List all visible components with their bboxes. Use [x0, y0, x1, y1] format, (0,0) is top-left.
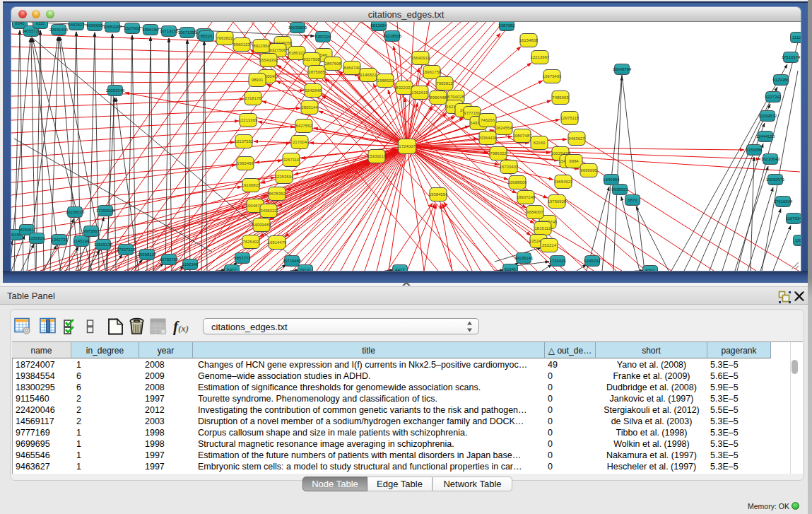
- svg-text:10719155: 10719155: [160, 29, 179, 33]
- svg-text:10107552: 10107552: [235, 139, 254, 144]
- svg-text:17016504: 17016504: [774, 199, 793, 204]
- svg-text:6966160: 6966160: [142, 28, 159, 32]
- svg-text:19756928: 19756928: [548, 199, 567, 204]
- svg-text:19384554: 19384554: [429, 192, 448, 197]
- svg-text:9684067: 9684067: [526, 210, 543, 214]
- svg-text:9975867: 9975867: [83, 229, 100, 233]
- svg-text:4417: 4417: [395, 268, 405, 271]
- svg-text:10973493: 10973493: [543, 74, 562, 78]
- svg-text:7986322: 7986322: [490, 151, 507, 156]
- svg-text:12353594: 12353594: [275, 175, 294, 179]
- svg-text:3267110: 3267110: [283, 158, 300, 162]
- svg-text:16033809: 16033809: [288, 25, 307, 30]
- svg-text:17359928: 17359928: [96, 209, 115, 213]
- svg-text:1724007: 1724007: [399, 144, 416, 148]
- svg-text:15720407: 15720407: [500, 165, 519, 169]
- svg-text:546: 546: [320, 53, 328, 57]
- svg-text:2159586: 2159586: [746, 148, 763, 152]
- svg-text:14136141: 14136141: [514, 256, 534, 260]
- svg-text:8427552: 8427552: [295, 124, 312, 128]
- svg-text:15692971: 15692971: [766, 177, 785, 182]
- svg-text:6873: 6873: [628, 198, 637, 202]
- svg-text:1167534: 1167534: [786, 216, 801, 221]
- svg-text:8938923: 8938923: [611, 187, 628, 192]
- svg-text:8417: 8417: [227, 268, 237, 271]
- svg-text:217004: 217004: [293, 140, 307, 144]
- svg-text:9857771: 9857771: [234, 256, 251, 260]
- svg-text:1362615: 1362615: [411, 90, 428, 95]
- svg-text:9245032: 9245032: [584, 259, 601, 263]
- svg-text:98901: 98901: [252, 78, 264, 82]
- svg-text:16154808: 16154808: [519, 38, 539, 42]
- svg-text:16782759: 16782759: [160, 257, 179, 262]
- svg-text:14099489: 14099489: [252, 223, 271, 227]
- svg-text:16914479: 16914479: [268, 240, 287, 245]
- svg-text:8322037: 8322037: [396, 86, 413, 90]
- svg-text:1965493: 1965493: [237, 161, 254, 165]
- svg-text:9146821: 9146821: [360, 73, 377, 77]
- svg-text:12444153: 12444153: [756, 134, 775, 139]
- svg-text:12093872: 12093872: [758, 114, 777, 118]
- svg-text:8960123: 8960123: [233, 42, 250, 47]
- svg-text:1342737: 1342737: [51, 238, 68, 242]
- svg-text:15716485: 15716485: [283, 259, 302, 263]
- svg-text:16640910: 16640910: [411, 56, 430, 60]
- svg-text:19218506: 19218506: [383, 34, 402, 38]
- svg-text:746266: 746266: [481, 118, 495, 122]
- svg-text:61541: 61541: [505, 267, 517, 271]
- svg-text:1527602: 1527602: [124, 26, 141, 30]
- svg-text:1145194: 1145194: [73, 239, 90, 243]
- svg-text:20364436: 20364436: [478, 136, 498, 140]
- svg-text:2867608: 2867608: [324, 62, 341, 66]
- svg-text:12505135: 12505135: [94, 243, 113, 247]
- svg-text:8186323: 8186323: [288, 51, 305, 55]
- svg-text:12213369: 12213369: [239, 118, 258, 122]
- svg-text:9463627: 9463627: [68, 23, 85, 27]
- svg-text:9884: 9884: [569, 159, 579, 163]
- svg-text:20206536: 20206536: [66, 210, 85, 214]
- svg-text:3875685: 3875685: [308, 70, 325, 74]
- svg-text:2087682: 2087682: [498, 23, 515, 28]
- svg-text:16961758: 16961758: [423, 70, 442, 74]
- svg-text:14055724: 14055724: [22, 29, 41, 33]
- svg-text:9699695: 9699695: [86, 23, 103, 28]
- svg-text:252214: 252214: [542, 243, 557, 247]
- svg-text:9463627: 9463627: [568, 136, 585, 141]
- svg-text:7625402: 7625402: [242, 240, 259, 244]
- svg-text:85526: 85526: [201, 34, 213, 38]
- svg-text:3498222: 3498222: [260, 209, 277, 213]
- svg-text:10688609: 10688609: [508, 180, 527, 185]
- svg-text:10671355: 10671355: [178, 30, 197, 35]
- svg-text:11123: 11123: [792, 35, 801, 40]
- svg-text:8454749: 8454749: [343, 66, 360, 70]
- svg-text:8813054: 8813054: [370, 23, 387, 28]
- svg-text:8678352: 8678352: [269, 192, 286, 196]
- svg-text:7955812: 7955812: [436, 81, 453, 86]
- svg-text:2718176: 2718176: [245, 96, 261, 100]
- svg-text:12975115: 12975115: [560, 116, 579, 120]
- svg-text:1815112: 1815112: [535, 226, 552, 230]
- svg-text:1640954: 1640954: [603, 177, 620, 182]
- svg-text:10958107: 10958107: [138, 252, 157, 257]
- svg-text:9327506: 9327506: [269, 48, 286, 52]
- svg-text:10807487: 10807487: [513, 134, 532, 138]
- svg-text:7357224: 7357224: [314, 35, 331, 39]
- svg-text:16210643: 16210643: [761, 157, 780, 161]
- svg-text:1588520: 1588520: [377, 78, 394, 83]
- svg-text:3624554: 3624554: [495, 126, 512, 130]
- svg-text:9115: 9115: [36, 22, 46, 25]
- svg-text:12003: 12003: [795, 238, 801, 243]
- svg-text:9242848: 9242848: [305, 88, 322, 93]
- svg-text:8340: 8340: [15, 22, 25, 25]
- svg-text:6794028: 6794028: [447, 95, 464, 99]
- svg-text:10653267: 10653267: [103, 25, 122, 29]
- svg-text:1733426: 1733426: [549, 259, 566, 263]
- svg-text:1192346: 1192346: [182, 262, 199, 267]
- svg-text:9129366: 9129366: [772, 78, 789, 82]
- svg-text:2803144: 2803144: [301, 105, 318, 110]
- svg-text:17510374: 17510374: [782, 55, 801, 59]
- svg-text:7485063: 7485063: [552, 95, 569, 100]
- svg-text:19654923: 19654923: [554, 180, 573, 184]
- svg-text:7663822: 7663822: [216, 36, 233, 40]
- svg-text:62160: 62160: [534, 141, 546, 145]
